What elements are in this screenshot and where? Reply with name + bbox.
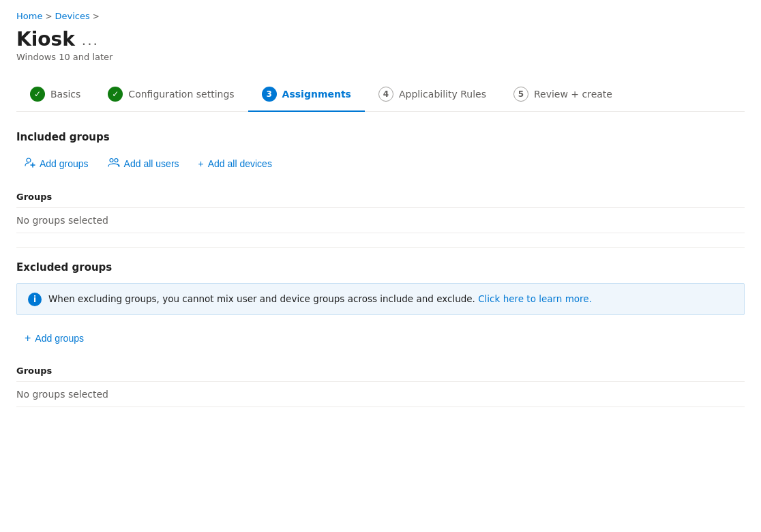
svg-point-0 — [27, 158, 31, 162]
step-review-badge: 5 — [513, 87, 528, 102]
info-banner: i When excluding groups, you cannot mix … — [16, 283, 745, 315]
section-divider — [16, 247, 745, 248]
info-banner-text: When excluding groups, you cannot mix us… — [48, 292, 592, 306]
add-groups-included-label: Add groups — [40, 158, 89, 169]
more-options-button[interactable]: ... — [82, 32, 99, 48]
included-groups-actions: Add groups Add all users + Add all devic… — [16, 153, 745, 174]
excluded-groups-title: Excluded groups — [16, 261, 745, 274]
wizard-steps: ✓ Basics ✓ Configuration settings 3 Assi… — [16, 78, 745, 112]
excluded-groups-empty: No groups selected — [16, 382, 745, 407]
add-all-devices-label: Add all devices — [208, 158, 272, 169]
page-title: Kiosk — [16, 28, 75, 50]
info-banner-link[interactable]: Click here to learn more. — [478, 293, 592, 304]
breadcrumb-devices[interactable]: Devices — [55, 11, 89, 21]
page-subtitle: Windows 10 and later — [16, 52, 745, 62]
step-applicability-badge: 4 — [378, 87, 393, 102]
info-icon: i — [28, 293, 42, 306]
included-groups-header: Groups — [16, 186, 745, 208]
breadcrumb-home[interactable]: Home — [16, 11, 42, 21]
add-groups-excluded-icon: + — [25, 333, 31, 344]
breadcrumb-sep1: > — [45, 12, 52, 21]
step-assignments-label: Assignments — [282, 89, 351, 100]
page-header: Kiosk ... Windows 10 and later — [16, 28, 745, 62]
included-groups-table: Groups No groups selected — [16, 186, 745, 233]
step-basics-badge: ✓ — [30, 87, 45, 102]
step-review-label: Review + create — [534, 89, 612, 100]
included-groups-section: Included groups Add groups — [16, 131, 745, 233]
step-review[interactable]: 5 Review + create — [500, 78, 626, 111]
add-groups-excluded-label: Add groups — [35, 333, 84, 344]
step-applicability-label: Applicability Rules — [399, 89, 486, 100]
add-groups-included-icon — [25, 157, 35, 170]
excluded-groups-actions: + Add groups — [16, 329, 745, 348]
excluded-groups-table: Groups No groups selected — [16, 360, 745, 407]
add-all-devices-button[interactable]: + Add all devices — [190, 154, 280, 173]
step-config[interactable]: ✓ Configuration settings — [94, 78, 248, 111]
add-all-devices-icon: + — [198, 159, 204, 168]
add-all-users-icon — [108, 157, 120, 170]
included-groups-title: Included groups — [16, 131, 745, 143]
step-basics[interactable]: ✓ Basics — [16, 78, 94, 111]
svg-point-4 — [115, 159, 118, 162]
breadcrumb-sep2: > — [93, 12, 100, 21]
excluded-groups-section: Excluded groups i When excluding groups,… — [16, 261, 745, 407]
step-config-label: Configuration settings — [128, 89, 234, 100]
step-applicability[interactable]: 4 Applicability Rules — [365, 78, 500, 111]
excluded-groups-header: Groups — [16, 360, 745, 382]
add-all-users-label: Add all users — [124, 158, 179, 169]
add-all-users-button[interactable]: Add all users — [100, 153, 188, 174]
breadcrumb: Home > Devices > — [16, 11, 745, 21]
svg-point-3 — [110, 159, 113, 162]
add-groups-included-button[interactable]: Add groups — [16, 153, 97, 174]
included-groups-empty: No groups selected — [16, 208, 745, 233]
step-assignments[interactable]: 3 Assignments — [248, 78, 365, 111]
step-assignments-badge: 3 — [262, 87, 277, 102]
add-groups-excluded-button[interactable]: + Add groups — [16, 329, 92, 348]
step-config-badge: ✓ — [108, 87, 123, 102]
step-basics-label: Basics — [50, 89, 80, 100]
